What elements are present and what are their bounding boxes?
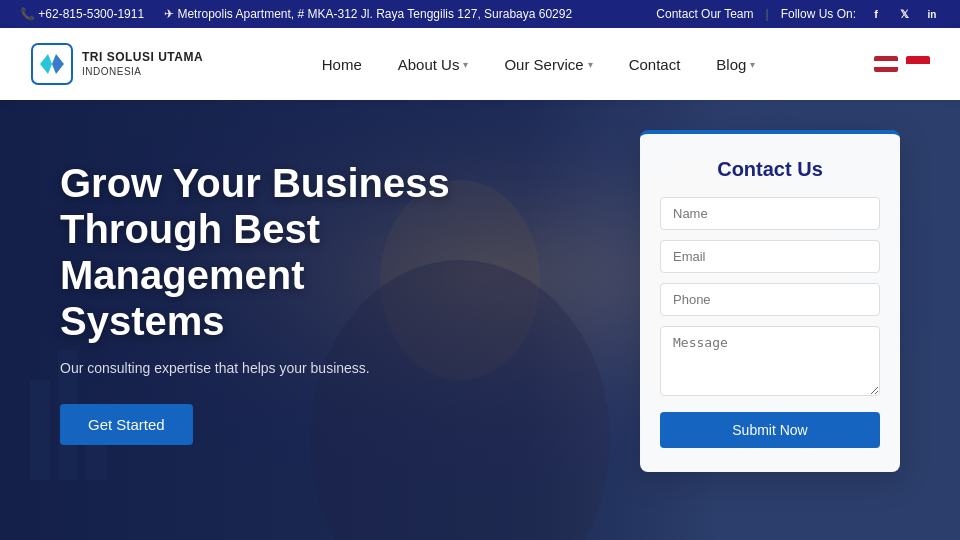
hero-subtitle: Our consulting expertise that helps your… — [60, 360, 460, 376]
logo-area: TRI SOLUSI UTAMA INDONESIA — [30, 42, 203, 86]
top-bar-right: Contact Our Team | Follow Us On: f 𝕏 in — [656, 6, 940, 22]
nav-about-label: About Us — [398, 56, 460, 73]
contact-form-title: Contact Us — [660, 158, 880, 181]
nav-contact[interactable]: Contact — [611, 28, 699, 100]
phone-input[interactable] — [660, 283, 880, 316]
facebook-icon[interactable]: f — [868, 6, 884, 22]
phone-number: +62-815-5300-1911 — [38, 7, 144, 21]
logo-text: TRI SOLUSI UTAMA INDONESIA — [82, 50, 203, 79]
name-input[interactable] — [660, 197, 880, 230]
hero-section: Grow Your Business Through Best Manageme… — [0, 100, 960, 540]
nav-home-label: Home — [322, 56, 362, 73]
chevron-down-icon: ▾ — [588, 59, 593, 70]
logo-sub: INDONESIA — [82, 66, 142, 77]
nav-contact-label: Contact — [629, 56, 681, 73]
phone-icon: 📞 — [20, 7, 35, 21]
svg-marker-1 — [40, 54, 52, 74]
logo-name: TRI SOLUSI UTAMA — [82, 50, 203, 64]
nav-service[interactable]: Our Service ▾ — [486, 28, 610, 100]
follow-us-label: Follow Us On: — [781, 7, 856, 21]
top-bar: 📞 +62-815-5300-1911 ✈ Metropolis Apartme… — [0, 0, 960, 28]
linkedin-icon[interactable]: in — [924, 6, 940, 22]
top-bar-left: 📞 +62-815-5300-1911 ✈ Metropolis Apartme… — [20, 7, 636, 21]
nav-flags — [874, 56, 930, 72]
twitter-icon[interactable]: 𝕏 — [896, 6, 912, 22]
chevron-down-icon: ▾ — [750, 59, 755, 70]
email-input[interactable] — [660, 240, 880, 273]
contact-team-link[interactable]: Contact Our Team — [656, 7, 753, 21]
logo-icon — [30, 42, 74, 86]
nav-about[interactable]: About Us ▾ — [380, 28, 487, 100]
flag-us[interactable] — [874, 56, 898, 72]
chevron-down-icon: ▾ — [463, 59, 468, 70]
address-info: ✈ Metropolis Apartment, # MKA-312 Jl. Ra… — [164, 7, 572, 21]
hero-content: Grow Your Business Through Best Manageme… — [60, 160, 460, 445]
phone-info: 📞 +62-815-5300-1911 — [20, 7, 144, 21]
nav-links: Home About Us ▾ Our Service ▾ Contact Bl… — [203, 28, 874, 100]
navbar: TRI SOLUSI UTAMA INDONESIA Home About Us… — [0, 28, 960, 100]
nav-blog[interactable]: Blog ▾ — [698, 28, 773, 100]
address-text: Metropolis Apartment, # MKA-312 Jl. Raya… — [177, 7, 572, 21]
submit-button[interactable]: Submit Now — [660, 412, 880, 448]
flag-id[interactable] — [906, 56, 930, 72]
hero-title: Grow Your Business Through Best Manageme… — [60, 160, 460, 344]
location-icon: ✈ — [164, 7, 174, 21]
nav-home[interactable]: Home — [304, 28, 380, 100]
svg-marker-2 — [52, 54, 64, 74]
nav-blog-label: Blog — [716, 56, 746, 73]
get-started-button[interactable]: Get Started — [60, 404, 193, 445]
contact-form-card: Contact Us Submit Now — [640, 130, 900, 472]
divider: | — [766, 7, 769, 21]
nav-service-label: Our Service — [504, 56, 583, 73]
message-input[interactable] — [660, 326, 880, 396]
